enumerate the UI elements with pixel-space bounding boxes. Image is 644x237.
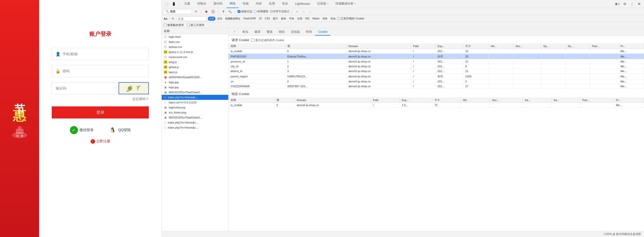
cookie-row[interactable]: parent_region %5B%7B%22i... demo5.tp-sho… — [229, 74, 644, 79]
close-search-icon[interactable]: ✕ — [193, 9, 199, 14]
cookie-row[interactable]: district_id 3 demo5.tp-shop.cn / 202... … — [229, 69, 644, 74]
qq-login[interactable]: 🐧 QQ登陆 — [109, 126, 131, 134]
detail-tabs: × 标头 载荷 预览 响应 启动器 时间 Cookie — [229, 28, 644, 36]
filter-hide-data-url[interactable]: 隐藏数据网址 — [224, 17, 242, 21]
file-item[interactable]: ▣ logo.jpg — [162, 85, 228, 90]
file-item[interactable]: ▣ loginchat.png — [162, 105, 228, 110]
cookie-row[interactable]: is_mobile 0 demo5.tp-shop.cn / 202... 10 — [229, 49, 644, 54]
cookie-row[interactable]: province_id 1 demo5.tp-shop.cn / 202... … — [229, 59, 644, 64]
tab-perf-insights[interactable]: 性能数据分析 ↑ — [332, 0, 359, 8]
col-sec: Sec... — [513, 43, 541, 49]
search-button[interactable]: 🔍 — [227, 9, 232, 14]
file-item[interactable]: ⬡ index.php?m=Home&c... — [162, 120, 228, 125]
cookie-row-highlighted[interactable]: PHPSESSID l2ukcks73n6nu... demo5.tp-shop… — [229, 54, 644, 59]
filter-wasm[interactable]: Wasm — [311, 17, 321, 21]
clear-button[interactable]: 🚫 — [210, 9, 215, 14]
forgot-password-link[interactable]: 忘记密码？ — [132, 97, 149, 101]
tab-headers[interactable]: 标头 — [239, 28, 251, 36]
register-button[interactable]: ! 立即注册 — [91, 139, 110, 144]
file-item[interactable]: ▣ ico_footer.png — [162, 110, 228, 115]
record-button[interactable]: ⏺ — [204, 9, 209, 14]
settings-icon[interactable]: ⚙ — [622, 1, 628, 7]
filter-icon[interactable]: ⧩ — [221, 9, 226, 14]
export-icon[interactable]: ↓ — [308, 9, 313, 14]
tab-payload[interactable]: 载荷 — [251, 28, 264, 36]
filter-js[interactable]: JS — [258, 17, 263, 21]
tab-sources[interactable]: 源代码 — [210, 0, 226, 8]
tab-elements[interactable]: 元素 — [181, 0, 193, 8]
tab-response[interactable]: 响应 — [276, 28, 288, 36]
password-input[interactable] — [52, 65, 149, 77]
filter-all[interactable]: 全部 — [208, 17, 215, 21]
blocked-requests-checkbox[interactable]: 被屏蔽的请求 — [164, 23, 184, 27]
response-cookie-row[interactable]: is_mobile 0 demo5.tp-shop.cn / 1.0... 72 — [229, 103, 644, 108]
search-input[interactable] — [170, 10, 190, 13]
cookie-row[interactable]: cn 0 demo5.tp-shop.cn / 202... 3 — [229, 79, 644, 84]
close-devtools-icon[interactable]: ✕ — [636, 1, 642, 7]
social-login-row: ✓ 微信登录 🐧 QQ登陆 — [52, 126, 149, 134]
cookie-row[interactable]: city_id 2 demo5.tp-shop.cn / 202... 8 — [229, 64, 644, 69]
file-item[interactable]: JS jquery-1.11.3.min.js — [162, 49, 228, 54]
tab-timing[interactable]: 时间 — [303, 28, 315, 36]
tab-recorder[interactable]: 记录器 ↑ — [314, 0, 331, 8]
device-icon[interactable]: 📱 — [171, 1, 177, 7]
login-button[interactable]: 登录 — [52, 106, 149, 118]
file-item[interactable]: ⬡ base.css — [162, 39, 228, 44]
file-item[interactable]: ⬡ layer.css?v=3.0.11110 — [162, 100, 228, 105]
tab-initiator[interactable]: 启动器 — [288, 28, 303, 36]
file-item[interactable]: ⬡ myaccount.css — [162, 54, 228, 60]
file-item[interactable]: ⬡ index.php?m=Home&c... — [162, 125, 228, 130]
wechat-login[interactable]: ✓ 微信登录 — [70, 126, 94, 134]
file-item[interactable]: ⬡ tpshop.css — [162, 44, 228, 49]
import-icon[interactable]: ↑ — [301, 9, 306, 14]
selected-file-item[interactable]: ⬡ index.php?m=Home&c... — [162, 95, 228, 100]
filter-img[interactable]: 图片 — [272, 17, 279, 21]
filter-doc[interactable]: 文档 — [296, 17, 303, 21]
filter-ws[interactable]: WS — [304, 17, 311, 21]
register-row: ! 立即注册 — [52, 139, 149, 144]
filter-css[interactable]: CSS — [264, 17, 271, 21]
tab-security[interactable]: 安全 — [279, 0, 291, 8]
cookie-path: / — [411, 69, 435, 74]
phone-input[interactable] — [52, 48, 149, 60]
filter-invert[interactable]: 反转 — [216, 17, 223, 21]
file-name: index.php?m=Home&c... — [168, 96, 198, 99]
file-item[interactable]: JS layer.js — [162, 70, 228, 75]
cookie-row[interactable]: CNZZDATA009 30037667-153... demo5.tp-sho… — [229, 84, 644, 89]
file-item[interactable]: ▣ 68019233f1e70aaf16ae9... — [162, 90, 228, 95]
file-item[interactable]: ▣ a92824bbc62aab5016d3... — [162, 75, 228, 80]
filter-input[interactable] — [177, 16, 207, 21]
network-conditions-icon[interactable]: ≈ — [295, 9, 300, 14]
file-item[interactable]: ● logo.jpg — [162, 80, 228, 85]
tab-console[interactable]: 控制台 — [194, 0, 209, 8]
inspect-icon[interactable]: ⬚ — [164, 1, 170, 7]
file-item[interactable]: ⬡ login.html — [162, 34, 228, 39]
more-icon[interactable]: ⋮ — [629, 1, 635, 7]
cookie-name: city_id — [229, 64, 285, 69]
third-party-checkbox[interactable]: 第三方请求 — [187, 23, 204, 27]
preserve-log-checkbox[interactable]: 保留日志 — [238, 10, 252, 13]
file-item[interactable]: ▣ 68019233f1e70aaf16ae9... — [162, 115, 228, 120]
tab-network[interactable]: 网络 — [227, 0, 239, 8]
filter-font[interactable]: 字体 — [288, 17, 295, 21]
file-item[interactable]: JS lang.js — [162, 60, 228, 65]
tab-cookie[interactable]: Cookie — [315, 28, 330, 36]
filter-fetch-xhr[interactable]: Fetch/XHR — [242, 17, 257, 21]
show-filtered-checkbox[interactable]: 显示过滤的请求 Cookie — [251, 38, 284, 42]
tab-lighthouse[interactable]: Lighthouse — [292, 0, 313, 8]
captcha-input[interactable] — [52, 82, 116, 94]
disable-cache-checkbox[interactable]: 停用缓存 — [254, 10, 268, 13]
filter-manifest[interactable]: 清单 — [321, 17, 329, 21]
qq-label: QQ登陆 — [118, 128, 131, 132]
file-item[interactable]: JS global.js — [162, 65, 228, 70]
captcha-image[interactable]: 乡 ㄚ — [119, 82, 149, 94]
blocked-cookie-filter[interactable]: 已有拦截的 Cookie — [337, 17, 364, 21]
tab-performance[interactable]: 性能 — [240, 0, 252, 8]
refresh-filter-icon[interactable]: ↻ — [171, 16, 176, 21]
tab-memory[interactable]: 内存 — [253, 0, 265, 8]
close-detail-tab[interactable]: × — [231, 28, 239, 36]
filter-other[interactable]: 其他 — [329, 17, 337, 21]
filter-media[interactable]: 媒体 — [280, 17, 287, 21]
tab-preview[interactable]: 预览 — [264, 28, 276, 36]
tab-application[interactable]: 应用 — [266, 0, 278, 8]
